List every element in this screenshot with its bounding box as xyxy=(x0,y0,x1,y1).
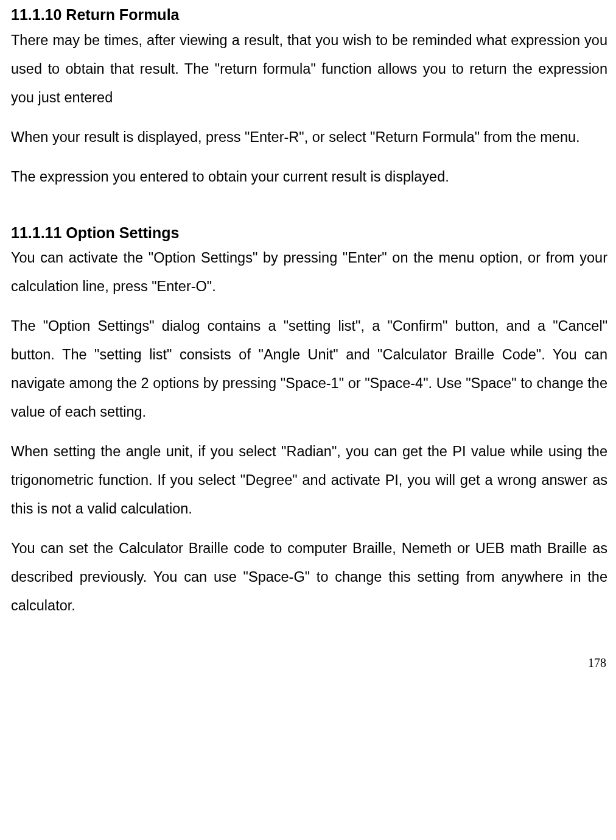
body-paragraph: The expression you entered to obtain you… xyxy=(11,163,607,191)
section-heading-return-formula: 11.1.10 Return Formula xyxy=(11,5,607,25)
page-number: 178 xyxy=(11,657,606,669)
body-paragraph: When your result is displayed, press "En… xyxy=(11,123,607,152)
body-paragraph: You can set the Calculator Braille code … xyxy=(11,534,607,620)
body-paragraph: When setting the angle unit, if you sele… xyxy=(11,437,607,523)
body-paragraph: You can activate the "Option Settings" b… xyxy=(11,244,607,301)
section-heading-option-settings: 11.1.11 Option Settings xyxy=(11,223,607,243)
body-paragraph: There may be times, after viewing a resu… xyxy=(11,26,607,112)
body-paragraph: The "Option Settings" dialog contains a … xyxy=(11,312,607,426)
